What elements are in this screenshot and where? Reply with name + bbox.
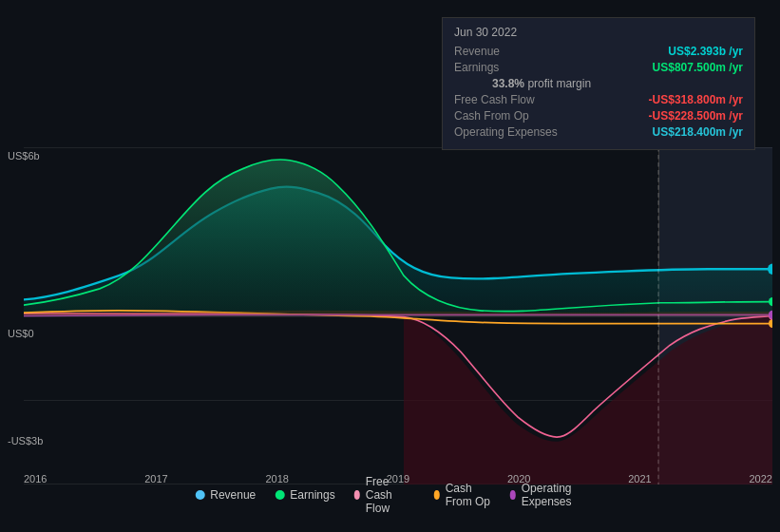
tooltip-label-revenue: Revenue (454, 45, 500, 58)
chart-area (24, 147, 772, 484)
x-label-2021: 2021 (628, 473, 651, 484)
legend-dot-earnings (275, 490, 284, 500)
x-label-2022: 2022 (750, 473, 772, 484)
tooltip-value-fcf: -US$318.800m /yr (649, 93, 743, 106)
tooltip-label-earnings: Earnings (454, 61, 499, 74)
tooltip-value-revenue: US$2.393b /yr (668, 45, 743, 58)
legend-item-earnings[interactable]: Earnings (275, 488, 334, 502)
legend-item-cashfromop[interactable]: Cash From Op (434, 482, 491, 508)
tooltip-label-opex: Operating Expenses (454, 125, 558, 139)
legend: Revenue Earnings Free Cash Flow Cash Fro… (195, 475, 585, 515)
tooltip-row-revenue: Revenue US$2.393b /yr (454, 45, 743, 58)
legend-item-revenue[interactable]: Revenue (195, 488, 256, 502)
x-label-2017: 2017 (144, 473, 167, 484)
legend-dot-revenue (195, 490, 204, 500)
tooltip-label-fcf: Free Cash Flow (454, 93, 535, 106)
legend-dot-cashfromop (434, 490, 440, 500)
legend-item-opex[interactable]: Operating Expenses (510, 482, 585, 508)
tooltip-label-cashfromop: Cash From Op (454, 109, 529, 123)
legend-dot-opex (510, 490, 516, 500)
tooltip-margin: 33.8% profit margin (454, 77, 743, 90)
tooltip-value-earnings: US$807.500m /yr (653, 61, 743, 74)
chart-container: Jun 30 2022 Revenue US$2.393b /yr Earnin… (0, 0, 780, 532)
x-label-2016: 2016 (24, 473, 47, 484)
legend-label-revenue: Revenue (210, 488, 256, 502)
legend-label-cashfromop: Cash From Op (446, 482, 491, 508)
tooltip-row-opex: Operating Expenses US$218.400m /yr (454, 125, 743, 139)
tooltip-row-cashfromop: Cash From Op -US$228.500m /yr (454, 109, 743, 123)
legend-label-fcf: Free Cash Flow (366, 475, 415, 515)
legend-label-opex: Operating Expenses (522, 482, 585, 508)
tooltip-value-cashfromop: -US$228.500m /yr (649, 109, 743, 123)
chart-svg (24, 147, 772, 484)
tooltip-row-fcf: Free Cash Flow -US$318.800m /yr (454, 93, 743, 106)
legend-label-earnings: Earnings (290, 488, 334, 502)
tooltip-date: Jun 30 2022 (454, 26, 743, 39)
tooltip-value-opex: US$218.400m /yr (653, 125, 743, 139)
tooltip-box: Jun 30 2022 Revenue US$2.393b /yr Earnin… (442, 17, 755, 150)
legend-dot-fcf (354, 490, 360, 500)
tooltip-row-earnings: Earnings US$807.500m /yr (454, 61, 743, 74)
legend-item-fcf[interactable]: Free Cash Flow (354, 475, 415, 515)
